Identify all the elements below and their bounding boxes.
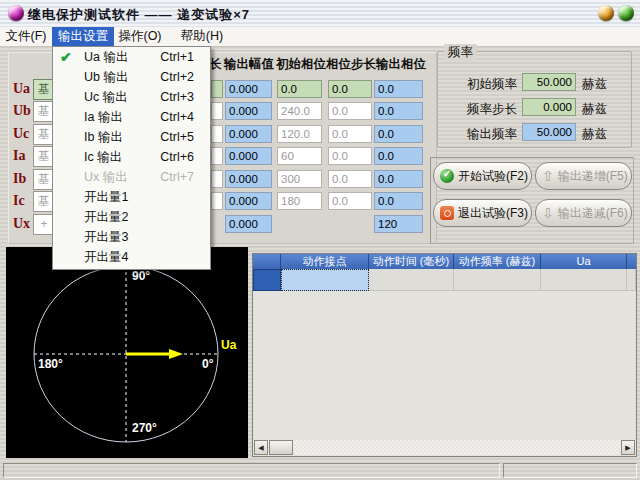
output-phase-ux: 120	[374, 215, 423, 233]
start-test-button[interactable]: 开始试验(F2)	[433, 162, 532, 190]
close-button[interactable]	[618, 5, 634, 21]
phasor-270-label: 270°	[132, 421, 157, 435]
output-phase-ib: 0.0	[374, 170, 423, 188]
initial-phase-ib[interactable]: 300	[277, 170, 322, 188]
menu-item-ic-output[interactable]: Ic 输出 Ctrl+6	[53, 147, 210, 167]
scrollbar-thumb[interactable]	[269, 440, 293, 455]
menu-item-ua-output[interactable]: ✔ Ua 输出 Ctrl+1	[53, 47, 210, 67]
phase-step-sliver-ua[interactable]	[211, 80, 223, 98]
frequency-step-input[interactable]: 0.000	[522, 98, 576, 116]
output-phase-uc: 0.0	[374, 125, 423, 143]
initial-phase-ia[interactable]: 60	[277, 147, 322, 165]
app-window: 继电保护测试软件 —— 递变试验×7 文件(F) 输出设置(C) 操作(O) 帮…	[0, 0, 640, 480]
initial-phase-ua[interactable]: 0.0	[277, 80, 322, 98]
exit-test-button[interactable]: 退出试验(F3)	[433, 199, 532, 227]
phase-step-ib[interactable]: 0.0	[328, 170, 372, 188]
phase-step-ua[interactable]: 0.0	[328, 80, 372, 98]
scroll-left-icon[interactable]	[254, 440, 268, 455]
menu-item-ia-output[interactable]: Ia 输出 Ctrl+4	[53, 107, 210, 127]
output-decrease-button[interactable]: 输出递减(F6)	[535, 199, 632, 227]
result-table-hscrollbar[interactable]	[254, 440, 635, 455]
result-row-header[interactable]	[253, 269, 281, 291]
phasor-90-label: 90°	[132, 269, 150, 283]
output-increase-label: 输出递增(F5)	[558, 168, 628, 185]
menu-help[interactable]: 帮助(H)	[180, 27, 224, 46]
output-phase-ic: 0.0	[374, 192, 423, 210]
output-decrease-label: 输出递减(F6)	[558, 205, 628, 222]
check-icon: ✔	[60, 47, 72, 67]
header-output-phase: 输出相位	[376, 56, 426, 71]
menu-output-settings[interactable]: 输出设置(C)	[52, 27, 114, 46]
frequency-step-label: 频率步长	[457, 101, 517, 118]
output-frequency-unit: 赫兹	[582, 126, 607, 143]
output-amplitude-ib: 0.000	[225, 170, 272, 188]
result-cell-contact[interactable]	[281, 269, 369, 291]
result-table: 动作接点 动作时间 (毫秒) 动作频率 (赫兹) Ua	[252, 253, 637, 457]
start-test-label: 开始试验(F2)	[458, 168, 528, 185]
phase-step-sliver-ib[interactable]	[211, 170, 223, 188]
frequency-step-unit: 赫兹	[582, 101, 607, 118]
minimize-button[interactable]	[598, 5, 614, 21]
result-header-contact: 动作接点	[281, 254, 369, 269]
status-panel-secondary	[503, 463, 637, 478]
ua-vector-arrowhead	[169, 349, 183, 359]
menu-item-switch-output-1[interactable]: 开出量1	[53, 187, 210, 207]
output-phase-ia: 0.0	[374, 147, 423, 165]
initial-phase-uc[interactable]: 120.0	[277, 125, 322, 143]
menu-bar: 文件(F) 输出设置(C) 操作(O) 帮助(H)	[0, 27, 640, 47]
initial-frequency-label: 初始频率	[457, 76, 517, 93]
output-phase-ua: 0.0	[374, 80, 423, 98]
result-cell-overflow	[627, 269, 636, 291]
status-panel-main	[3, 463, 500, 478]
phase-step-ic[interactable]: 0.0	[328, 192, 372, 210]
phase-step-uc[interactable]: 0.0	[328, 125, 372, 143]
menu-item-ub-output[interactable]: Ub 输出 Ctrl+2	[53, 67, 210, 87]
phasor-diagram: 90° 180° 0° 270° Ua	[6, 247, 248, 458]
output-amplitude-ia: 0.000	[225, 147, 272, 165]
exit-test-label: 退出试验(F3)	[458, 205, 528, 222]
phasor-0-label: 0°	[202, 357, 214, 371]
menu-item-ux-output: Ux 输出 Ctrl+7	[53, 167, 210, 187]
phase-step-sliver-ic[interactable]	[211, 192, 223, 210]
phasor-180-label: 180°	[38, 357, 63, 371]
result-header-rowselector	[253, 254, 281, 269]
result-cell-frequency[interactable]	[454, 269, 541, 291]
initial-phase-ic[interactable]: 180	[277, 192, 322, 210]
phasor-svg: 90° 180° 0° 270° Ua	[6, 247, 248, 458]
menu-item-uc-output[interactable]: Uc 输出 Ctrl+3	[53, 87, 210, 107]
header-output-amplitude: 输出幅值	[224, 56, 274, 71]
menu-item-switch-output-2[interactable]: 开出量2	[53, 207, 210, 227]
menu-operate[interactable]: 操作(O)	[118, 27, 162, 46]
arrow-down-icon	[542, 205, 554, 221]
menu-item-ib-output[interactable]: Ib 输出 Ctrl+5	[53, 127, 210, 147]
ua-vector-label: Ua	[221, 338, 237, 352]
menu-file[interactable]: 文件(F)	[5, 27, 47, 46]
start-test-icon	[440, 169, 454, 183]
initial-phase-ub[interactable]: 240.0	[277, 102, 322, 120]
frequency-groupbox-title: 频率	[444, 44, 477, 61]
exit-test-icon	[440, 206, 454, 220]
phase-step-sliver-uc[interactable]	[211, 125, 223, 143]
phase-step-ia[interactable]: 0.0	[328, 147, 372, 165]
system-menu-icon[interactable]	[8, 5, 24, 21]
window-title: 继电保护测试软件 —— 递变试验×7	[28, 6, 250, 24]
result-cell-time[interactable]	[369, 269, 454, 291]
phase-step-sliver-ia[interactable]	[211, 147, 223, 165]
header-phase-step: 相位步长	[326, 56, 376, 71]
phase-step-ub[interactable]: 0.0	[328, 102, 372, 120]
status-bar	[0, 462, 640, 480]
result-header-time: 动作时间 (毫秒)	[369, 254, 454, 269]
output-increase-button[interactable]: 输出递增(F5)	[535, 162, 632, 190]
menu-item-switch-output-4[interactable]: 开出量4	[53, 247, 210, 267]
scroll-right-icon[interactable]	[621, 440, 635, 455]
output-amplitude-ux: 0.000	[225, 215, 272, 233]
title-bar: 继电保护测试软件 —— 递变试验×7	[0, 0, 640, 28]
result-header-frequency: 动作频率 (赫兹)	[454, 254, 541, 269]
result-header-ua: Ua	[541, 254, 627, 269]
menu-item-switch-output-3[interactable]: 开出量3	[53, 227, 210, 247]
result-cell-ua[interactable]	[541, 269, 627, 291]
phase-step-sliver-ub[interactable]	[211, 102, 223, 120]
initial-frequency-input[interactable]: 50.000	[522, 73, 576, 91]
arrow-up-icon	[542, 168, 554, 184]
output-amplitude-ua: 0.000	[225, 80, 272, 98]
